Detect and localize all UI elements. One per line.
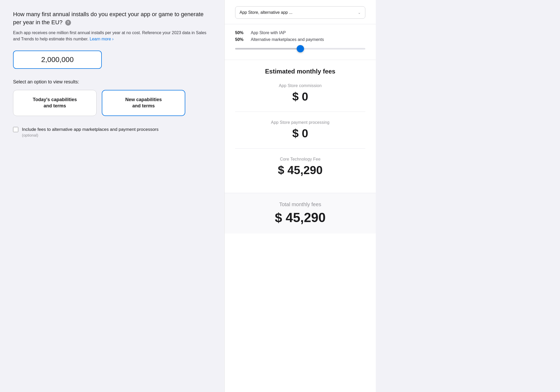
distribution-section: 50% App Store with IAP 50% Alternative m… xyxy=(225,24,376,60)
dist-label-0: App Store with IAP xyxy=(251,30,286,35)
alt-fees-checkbox[interactable] xyxy=(13,127,18,132)
learn-more-link[interactable]: Learn more › xyxy=(90,37,114,41)
fee-payment: App Store payment processing $ 0 xyxy=(235,120,365,140)
help-icon[interactable]: ? xyxy=(65,20,71,26)
checkbox-container: Include fees to alternative app marketpl… xyxy=(22,126,159,138)
total-amount: $ 45,290 xyxy=(235,210,365,225)
right-panel: App Store, alternative app ... ⌄ 50% App… xyxy=(224,0,376,392)
checkbox-row: Include fees to alternative app marketpl… xyxy=(13,126,211,138)
dist-row-1: 50% Alternative marketplaces and payment… xyxy=(235,37,365,42)
dist-pct-1: 50% xyxy=(235,37,248,42)
fee-commission-amount: $ 0 xyxy=(235,90,365,103)
distribution-dropdown[interactable]: App Store, alternative app ... ⌄ xyxy=(235,6,365,19)
install-count-wrapper xyxy=(13,51,102,69)
fee-ctf: Core Technology Fee $ 45,290 xyxy=(235,157,365,177)
install-count-input[interactable] xyxy=(13,51,102,69)
fee-divider-2 xyxy=(235,148,365,149)
question-title-text: How many first annual installs do you ex… xyxy=(13,11,204,26)
dropdown-value: App Store, alternative app ... xyxy=(240,10,293,15)
question-description: Each app receives one million first annu… xyxy=(13,30,211,42)
dist-pct-0: 50% xyxy=(235,30,248,35)
fee-payment-label: App Store payment processing xyxy=(235,120,365,125)
options-row: Today's capabilitiesand terms New capabi… xyxy=(13,90,211,116)
total-label: Total monthly fees xyxy=(235,201,365,207)
question-title: How many first annual installs do you ex… xyxy=(13,10,211,27)
fees-section: Estimated monthly fees App Store commiss… xyxy=(225,60,376,193)
fee-divider-1 xyxy=(235,112,365,112)
select-option-label: Select an option to view results: xyxy=(13,79,211,85)
chevron-down-icon: ⌄ xyxy=(358,10,361,15)
dist-row-0: 50% App Store with IAP xyxy=(235,30,365,35)
fee-ctf-label: Core Technology Fee xyxy=(235,157,365,162)
distribution-slider[interactable] xyxy=(235,48,365,50)
option-today[interactable]: Today's capabilitiesand terms xyxy=(13,90,97,116)
slider-wrapper xyxy=(235,44,365,53)
right-top: App Store, alternative app ... ⌄ xyxy=(225,0,376,24)
question-block: How many first annual installs do you ex… xyxy=(13,10,211,42)
left-panel: How many first annual installs do you ex… xyxy=(0,0,224,392)
fee-commission: App Store commission $ 0 xyxy=(235,83,365,103)
checkbox-sublabel: (optional) xyxy=(22,133,159,137)
total-section: Total monthly fees $ 45,290 xyxy=(225,193,376,234)
checkbox-label: Include fees to alternative app marketpl… xyxy=(22,126,159,133)
fee-payment-amount: $ 0 xyxy=(235,127,365,140)
option-new[interactable]: New capabilitiesand terms xyxy=(102,90,185,116)
fee-commission-label: App Store commission xyxy=(235,83,365,88)
fee-ctf-amount: $ 45,290 xyxy=(235,164,365,177)
dist-label-1: Alternative marketplaces and payments xyxy=(251,37,324,42)
fees-title: Estimated monthly fees xyxy=(235,68,365,75)
